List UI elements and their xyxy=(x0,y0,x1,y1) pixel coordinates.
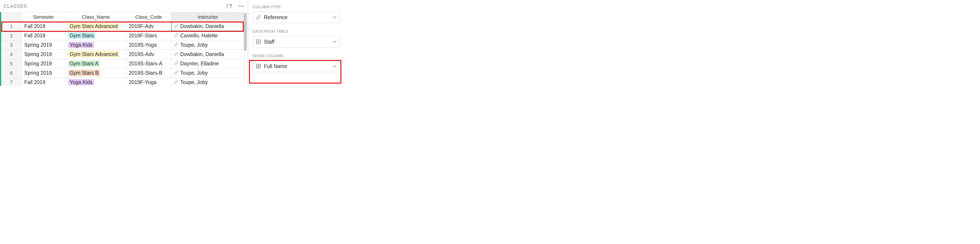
row-number[interactable]: 7 xyxy=(2,78,22,86)
data-from-table-select[interactable]: Staff xyxy=(253,36,340,48)
column-type-value: Reference xyxy=(264,14,332,21)
link-icon xyxy=(256,15,261,20)
show-column-label: SHOW COLUMN xyxy=(253,54,340,58)
column-header-class-name[interactable]: Class_Name xyxy=(65,13,126,22)
vertical-scrollbar[interactable] xyxy=(244,13,247,51)
cell-class-code[interactable]: 2019S-Stars-B xyxy=(126,68,171,78)
instructor-name: Dowbakin, Daniella xyxy=(180,23,224,29)
cell-class-code[interactable]: 2018F-Adv xyxy=(126,22,171,31)
table-row[interactable]: 4Spring 2019Gym Stars Advanced2019S-AdvD… xyxy=(2,50,245,59)
cell-semester[interactable]: Fall 2018 xyxy=(22,22,65,31)
instructor-name: Castello, Halette xyxy=(180,33,218,39)
cell-class-name[interactable]: Gym Stars A xyxy=(65,59,126,68)
cell-instructor[interactable]: Daynter, Elladine xyxy=(171,59,245,68)
cell-class-name[interactable]: Gym Stars Advanced xyxy=(65,50,126,59)
table-row[interactable]: 6Spring 2019Gym Stars B2019S-Stars-BToup… xyxy=(2,68,245,78)
cell-semester[interactable]: Fall 2019 xyxy=(22,78,65,86)
cell-class-name[interactable]: Gym Stars Advanced xyxy=(65,22,126,31)
data-grid[interactable]: Semester Class_Name Class_Code Instructo… xyxy=(0,12,248,86)
table-row[interactable]: 5Spring 2019Gym Stars A2019S-Stars-ADayn… xyxy=(2,59,245,68)
link-icon xyxy=(174,61,178,67)
row-number-header[interactable] xyxy=(2,13,22,22)
link-icon xyxy=(174,23,178,29)
instructor-name: Toupe, Joby xyxy=(180,42,208,48)
row-number[interactable]: 5 xyxy=(2,59,22,68)
column-type-select[interactable]: Reference xyxy=(253,11,340,23)
cell-class-name[interactable]: Gym Stars B xyxy=(65,68,126,78)
show-column-select[interactable]: Full Name xyxy=(253,60,340,72)
row-number[interactable]: 6 xyxy=(2,68,22,78)
link-icon xyxy=(174,70,178,76)
data-from-table-value: Staff xyxy=(264,39,332,45)
class-name-pill: Gym Stars A xyxy=(68,60,100,67)
header-actions xyxy=(226,3,244,9)
table-icon xyxy=(256,39,261,44)
cell-instructor[interactable]: Dowbakin, Daniella xyxy=(171,50,245,59)
cell-class-name[interactable]: Gym Stars xyxy=(65,31,126,40)
link-icon xyxy=(174,42,178,48)
table-row[interactable]: 3Spring 2019Yoga Kids2019S-YogaToupe, Jo… xyxy=(2,40,245,50)
column-config-panel: COLUMN TYPE Reference DATA FROM TABLE St… xyxy=(248,0,344,86)
cell-class-code[interactable]: 2019S-Stars-A xyxy=(126,59,171,68)
cell-semester[interactable]: Spring 2019 xyxy=(22,40,65,50)
cell-class-code[interactable]: 2019F-Yoga xyxy=(126,78,171,86)
cell-instructor[interactable]: Dowbakin, Daniella xyxy=(171,22,245,31)
class-name-pill: Yoga Kids xyxy=(68,79,94,86)
cell-instructor[interactable]: Toupe, Joby xyxy=(171,68,245,78)
cell-class-code[interactable]: 2019S-Adv xyxy=(126,50,171,59)
instructor-name: Daynter, Elladine xyxy=(180,61,219,67)
class-name-pill: Yoga Kids xyxy=(68,42,94,48)
column-header-semester[interactable]: Semester xyxy=(22,13,65,22)
row-number[interactable]: 1 xyxy=(2,22,22,31)
link-icon xyxy=(174,33,178,39)
cell-instructor[interactable]: Castello, Halette xyxy=(171,31,245,40)
chevron-down-icon xyxy=(332,40,337,43)
more-menu-icon[interactable] xyxy=(239,5,244,7)
link-icon xyxy=(174,51,178,57)
column-header-row: Semester Class_Name Class_Code Instructo… xyxy=(2,13,245,22)
class-name-pill: Gym Stars Advanced xyxy=(68,23,119,29)
chevron-down-icon xyxy=(332,16,337,19)
cell-semester[interactable]: Spring 2019 xyxy=(22,59,65,68)
row-number[interactable]: 2 xyxy=(2,31,22,40)
class-name-pill: Gym Stars Advanced xyxy=(68,51,119,57)
class-name-pill: Gym Stars B xyxy=(68,70,100,76)
cell-instructor[interactable]: Toupe, Joby xyxy=(171,40,245,50)
column-header-class-code[interactable]: Class_Code xyxy=(126,13,171,22)
cell-class-name[interactable]: Yoga Kids xyxy=(65,40,126,50)
table-row[interactable]: 7Fall 2019Yoga Kids2019F-YogaToupe, Joby xyxy=(2,78,245,86)
cell-instructor[interactable]: Toupe, Joby xyxy=(171,78,245,86)
column-header-instructor[interactable]: Instructor xyxy=(171,13,245,22)
table-title: CLASSES xyxy=(3,3,226,9)
row-number[interactable]: 4 xyxy=(2,50,22,59)
svg-point-3 xyxy=(239,6,240,7)
cell-semester[interactable]: Spring 2019 xyxy=(22,68,65,78)
data-from-table-label: DATA FROM TABLE xyxy=(253,29,340,34)
table-row[interactable]: 1Fall 2018Gym Stars Advanced2018F-AdvDow… xyxy=(2,22,245,31)
table-row[interactable]: 2Fall 2018Gym Stars2018F-StarsCastello, … xyxy=(2,31,245,40)
column-icon xyxy=(256,64,261,69)
show-column-value: Full Name xyxy=(264,63,332,69)
cell-semester[interactable]: Spring 2019 xyxy=(22,50,65,59)
main-panel: CLASSES xyxy=(0,0,248,86)
chevron-down-icon xyxy=(332,65,337,68)
cell-class-name[interactable]: Yoga Kids xyxy=(65,78,126,86)
instructor-name: Toupe, Joby xyxy=(180,70,208,76)
instructor-name: Dowbakin, Daniella xyxy=(180,51,224,57)
class-name-pill: Gym Stars xyxy=(68,32,95,39)
cell-class-code[interactable]: 2018F-Stars xyxy=(126,31,171,40)
row-number[interactable]: 3 xyxy=(2,40,22,50)
svg-point-4 xyxy=(240,6,242,7)
column-type-label: COLUMN TYPE xyxy=(253,5,340,10)
cell-semester[interactable]: Fall 2018 xyxy=(22,31,65,40)
link-icon xyxy=(174,79,178,86)
sort-filter-icon[interactable] xyxy=(226,3,232,9)
svg-point-5 xyxy=(243,6,244,7)
table-header-bar: CLASSES xyxy=(0,0,248,12)
instructor-name: Toupe, Joby xyxy=(180,79,208,86)
cell-class-code[interactable]: 2019S-Yoga xyxy=(126,40,171,50)
